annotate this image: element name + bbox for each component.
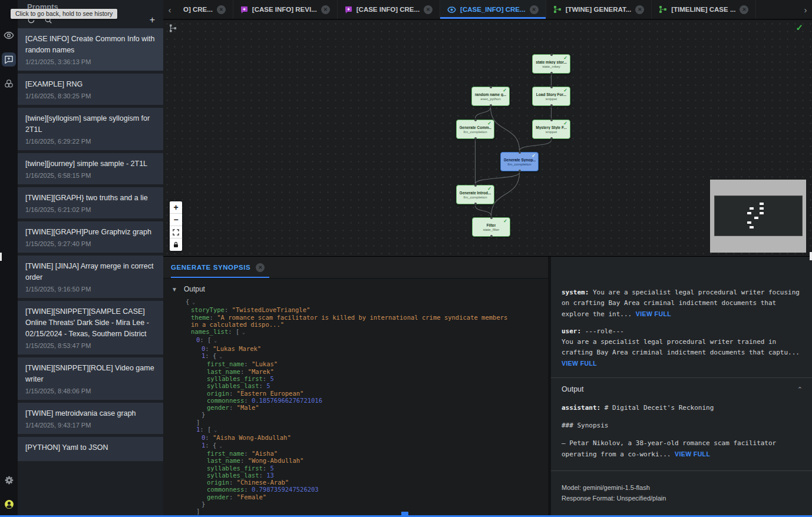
prompt-list-item[interactable]: [TWINE][SNIPPET][ROLE] Video game writer… (18, 357, 163, 400)
close-icon[interactable]: ✕ (217, 5, 226, 14)
prompt-title: [TWINE][SNIPPET][ROLE] Video game writer (25, 363, 156, 385)
close-icon[interactable]: ✕ (635, 5, 644, 14)
json-token: : (205, 345, 213, 352)
zoom-out-button[interactable]: − (170, 214, 182, 226)
json-token: : (229, 479, 237, 486)
minimap[interactable] (710, 180, 806, 253)
node-check-icon: ✓ (563, 88, 567, 93)
json-collapse-chevron-icon[interactable]: ⌄ (239, 330, 245, 335)
output-tab-row: GENERATE SYNOPSIS ✕ (163, 257, 548, 279)
json-collapse-chevron-icon[interactable]: ⌄ (216, 443, 222, 449)
account-avatar-icon[interactable] (2, 497, 16, 511)
add-prompt-button[interactable]: + (150, 16, 155, 24)
prompt-date: 1/15/2025, 8:48:06 PM (25, 387, 156, 395)
close-icon[interactable]: ✕ (321, 5, 330, 14)
graph-canvas[interactable]: ✓ state mkey stor...state_mkey✓random na… (163, 20, 812, 256)
left-resize-handle[interactable] (0, 253, 2, 261)
prompt-list-item[interactable]: [TWINE] [JINJA] Array merge in correct o… (18, 256, 163, 298)
close-icon[interactable]: ✕ (530, 5, 539, 14)
prompt-list-item[interactable]: [CASE INFO] Create Common Info with rand… (18, 28, 163, 71)
close-icon[interactable]: ✕ (424, 5, 433, 14)
tab-generate-synopsis[interactable]: GENERATE SYNOPSIS ✕ (171, 257, 269, 278)
minimap-node (754, 217, 758, 219)
output-label: Output (184, 285, 205, 293)
settings-gear-icon[interactable] (2, 473, 16, 487)
json-line: names_list: [ ⌄ (163, 328, 517, 336)
json-collapse-chevron-icon[interactable]: ⌄ (216, 354, 222, 359)
tab-6[interactable]: [TIMELINE] CASE ...✕ (652, 0, 756, 19)
model-info: Model: gemini/gemini-1.5-flash Response … (562, 477, 803, 503)
prompt-list-item[interactable]: [TWINE] metroidvania case graph1/14/2025… (18, 403, 163, 434)
node-title: Generate Synop... (504, 158, 536, 162)
prompt-list-item[interactable]: [EXAMPLE] RNG1/16/2025, 8:30:25 PM (18, 74, 163, 105)
graph-node[interactable]: Generate Comm...llm_completion✓ (456, 120, 494, 139)
view-full-link[interactable]: VIEW FULL (562, 360, 597, 367)
graph-node[interactable]: Load Story For...snippet✓ (532, 87, 570, 106)
canvas-controls: + − (170, 201, 182, 251)
tab-4[interactable]: [CASE_INFO] CRE...✕ (440, 0, 546, 19)
json-line: first_name: "Aisha" (163, 450, 517, 457)
chevron-left-icon[interactable]: ‹ (163, 0, 176, 19)
fit-view-button[interactable] (170, 226, 182, 238)
node-title: Mystery Style F... (536, 125, 566, 130)
tab-1[interactable]: O] CRE...✕ (176, 0, 233, 19)
lock-button[interactable] (170, 238, 182, 251)
node-type-label: llm_completion (463, 195, 487, 199)
node-type-label: snippet (546, 130, 557, 134)
chevron-down-icon[interactable]: ▼ (171, 286, 177, 293)
prompt-list-item[interactable]: [PYTHON] Yaml to JSON (18, 437, 163, 461)
view-full-link[interactable]: VIEW FULL (675, 450, 710, 458)
json-token: : (263, 465, 270, 472)
json-token: syllables_first (207, 375, 263, 382)
tab-bar: ‹ O] CRE...✕[CASE INFO] REVI...✕[CASE IN… (163, 0, 812, 20)
chevron-up-icon[interactable]: ⌃ (797, 384, 803, 395)
json-token: 0.18576966276721016 (252, 397, 322, 404)
assistant-message: assistant: # Digital Deceit's Reckoning … (562, 403, 803, 460)
prompt-list-item[interactable]: [twine][journey] simple sample - 2T1L1/1… (18, 153, 163, 184)
node-title: state mkey stor... (536, 60, 567, 64)
minimap-viewport (714, 195, 803, 236)
prompt-icon (345, 6, 352, 14)
prompt-date: 1/21/2025, 3:36:13 PM (25, 58, 156, 65)
prompt-list-item[interactable]: [TWINE][GRAPH]Pure Graphviz graph1/15/20… (18, 221, 163, 253)
json-collapse-chevron-icon[interactable]: ⌄ (211, 427, 217, 433)
zoom-in-button[interactable]: + (170, 201, 182, 214)
close-icon[interactable]: ✕ (256, 263, 265, 272)
graph-node[interactable]: Mystery Style F...snippet✓ (532, 120, 570, 139)
graph-node[interactable]: Filterstate_filter✓ (472, 217, 510, 237)
graph-node[interactable]: state mkey stor...state_mkey✓ (532, 54, 570, 74)
json-token: commonness (207, 486, 244, 493)
system-message: system: You are a specialist legal proce… (562, 287, 803, 320)
prompt-chat-icon[interactable] (2, 52, 16, 67)
tab-3[interactable]: [CASE INFO] CRE...✕ (338, 0, 440, 19)
right-output-title: Output (562, 384, 584, 395)
user-role-label: user: (562, 327, 581, 335)
prompt-list-item[interactable]: [twine][syllogism] sample syllogism for … (18, 108, 163, 150)
chevron-right-icon[interactable]: › (799, 0, 812, 19)
json-token: last_name (207, 368, 240, 375)
close-icon[interactable]: ✕ (740, 5, 748, 14)
json-collapse-chevron-icon[interactable]: ⌄ (211, 338, 217, 343)
right-output-header: Output ⌃ (562, 384, 803, 395)
right-resize-handle[interactable] (810, 252, 812, 260)
workflow-icon[interactable] (2, 77, 16, 91)
graph-node[interactable]: random name g...exec_python✓ (471, 87, 510, 106)
json-line: 0: [ ⌄ (163, 336, 517, 344)
json-line: 1: { ⌄ (163, 352, 517, 360)
eye-icon[interactable] (2, 28, 16, 42)
assistant-role-label: assistant: (562, 404, 600, 412)
tab-label: [CASE_INFO] CRE... (460, 6, 526, 13)
prompt-list-item[interactable]: [TWINE][GRAPH} two truths and a lie1/16/… (18, 187, 163, 218)
response-format-label: Response Format: Unspecified/plain (562, 493, 803, 503)
json-token: origin (207, 479, 229, 486)
graph-node[interactable]: Generate Introd...llm_completion✓ (456, 185, 494, 204)
prompt-list-item[interactable]: [TWINE][SNIPPET][SAMPLE CASE] Online Thr… (18, 301, 163, 354)
tab-5[interactable]: [TWINE] GENERAT...✕ (546, 0, 652, 19)
json-collapse-chevron-icon[interactable]: ⌄ (189, 300, 195, 305)
graph-node[interactable]: Generate Synop...llm_completion✓ (500, 152, 539, 171)
tab-2[interactable]: [CASE INFO] REVI...✕ (233, 0, 338, 19)
json-token: last_name (207, 457, 240, 464)
json-token: "Lukas Marek" (213, 345, 261, 352)
view-full-link[interactable]: VIEW FULL (636, 310, 671, 317)
bottom-scrollbar-handle[interactable] (401, 512, 408, 517)
